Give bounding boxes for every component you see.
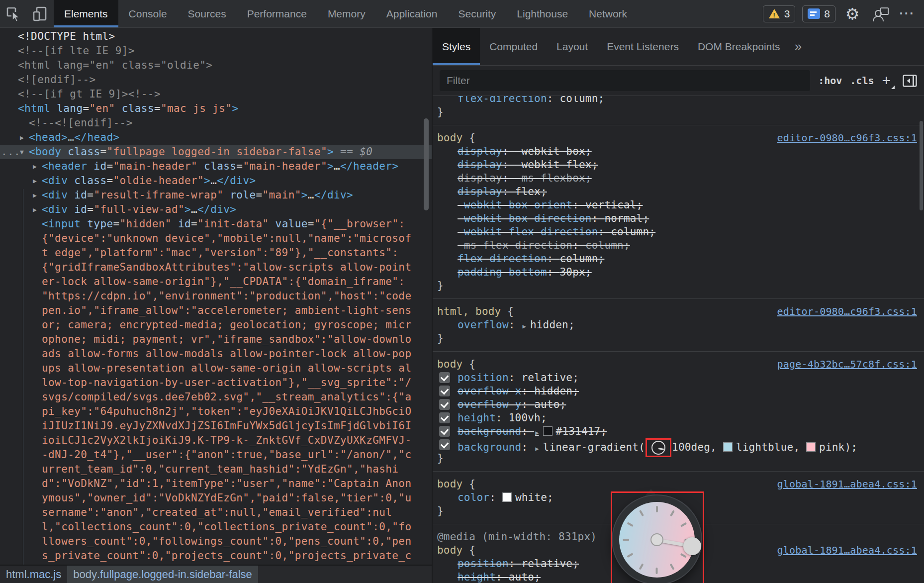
stylesheet-link[interactable]: global-1891…abea4.css:1 — [777, 478, 917, 491]
sidebar-tab-computed[interactable]: Computed — [480, 28, 547, 65]
css-property[interactable]: -webkit-box-direction: normal; — [433, 212, 924, 225]
disclosure-triangle-icon[interactable]: ▶ — [535, 445, 539, 452]
breadcrumb-html[interactable]: html.mac.js — [0, 566, 67, 583]
dom-tree-row[interactable]: ▶<div id="full-view-ad">…</div> — [0, 202, 432, 217]
css-property[interactable]: -webkit-flex-direction: column; — [433, 225, 924, 239]
tab-lighthouse[interactable]: Lighthouse — [506, 0, 578, 27]
expand-arrow-icon[interactable]: ▶ — [29, 202, 40, 217]
issues-badge[interactable]: 8 — [802, 5, 835, 22]
dom-tree-row[interactable]: ▶<header id="main-header" class="main-he… — [0, 159, 432, 174]
dom-tree-row[interactable]: <html lang="en" class="oldie"> — [0, 58, 432, 73]
tab-performance[interactable]: Performance — [237, 0, 317, 27]
dom-tree-row[interactable]: ioiLCJ1c2VyX2lkIjoiKiJ9.K-TP9-k-_ZnktGVf… — [0, 433, 432, 448]
dom-tree-row[interactable]: <![endif]--> — [0, 73, 432, 87]
breadcrumb-body[interactable]: body.fullpage.logged-in.sidebar-false — [67, 566, 258, 583]
rule-selector[interactable]: body — [437, 478, 462, 490]
css-property[interactable]: display: -webkit-box; — [433, 145, 924, 158]
css-property[interactable]: -webkit-box-orient: vertical; — [433, 198, 924, 212]
tab-elements[interactable]: Elements — [54, 0, 118, 27]
css-property[interactable]: background: ▶#131417; — [433, 425, 924, 438]
dom-tree-row[interactable]: svgs/compiled/svgs.dee7eb02.svg","__stre… — [0, 390, 432, 404]
tab-security[interactable]: Security — [448, 0, 506, 27]
property-checkbox[interactable] — [439, 439, 450, 450]
toggle-sidebar-icon[interactable] — [903, 75, 917, 87]
dom-tree-row[interactable]: ▶<div id="result-iframe-wrap" role="main… — [0, 188, 432, 202]
color-swatch[interactable] — [543, 426, 553, 436]
warnings-badge[interactable]: ! 3 — [763, 5, 796, 22]
dom-tree-row[interactable]: llowers_count":0,"followings_count":0,"p… — [0, 534, 432, 549]
dom-tree-row[interactable]: s_private_count":0,"projects_count":0,"p… — [0, 549, 432, 563]
expand-arrow-icon[interactable]: ▶ — [29, 188, 40, 202]
css-property[interactable]: -ms-flex-direction: column; — [433, 239, 924, 252]
stylesheet-link[interactable]: editor-0980…c96f3.css:1 — [777, 305, 917, 318]
color-swatch[interactable] — [723, 442, 733, 452]
dom-tree-row[interactable]: ymous","owner_id":"VoDkNZYdEzGn","paid":… — [0, 491, 432, 505]
dom-tree-row[interactable]: t edge","platform":"mac","version":"89"}… — [0, 246, 432, 260]
tab-overflow-chevron-icon[interactable]: » — [790, 28, 807, 65]
element-classes-button[interactable]: .cls — [850, 75, 874, 87]
stylesheet-link[interactable]: page-4b32bc…57c8f.css:1 — [777, 358, 917, 371]
settings-button[interactable]: ⚙ — [842, 6, 862, 22]
dom-tree-row[interactable]: <!--[if gt IE 9]><!--> — [0, 87, 432, 101]
dom-tree-row[interactable]: {"gridIframeSandboxAttributes":"allow-sc… — [0, 260, 432, 275]
collapse-arrow-icon[interactable]: ▼ — [16, 145, 27, 159]
dom-tree-row[interactable]: "https://cdpn.io","environment":"product… — [0, 289, 432, 303]
property-checkbox[interactable] — [439, 412, 450, 423]
dom-tree-row[interactable]: ads allow-forms allow-modals allow-point… — [0, 347, 432, 361]
dom-tree-row[interactable]: pi_key":"64puhuch8n2j","token":"eyJ0eXAi… — [0, 404, 432, 419]
dom-tree-row[interactable]: <!--<![endif]--> — [0, 116, 432, 130]
tab-console[interactable]: Console — [118, 0, 178, 27]
dom-tree-row[interactable]: ...▼<body class="fullpage logged-in side… — [0, 145, 432, 159]
sidebar-tab-styles[interactable]: Styles — [433, 28, 480, 65]
property-checkbox[interactable] — [439, 399, 450, 410]
dom-tree-row[interactable]: <!--[if lte IE 9]> — [0, 44, 432, 58]
dom-tree-row[interactable]: sername":"anon","created_at":null,"email… — [0, 505, 432, 520]
sidebar-tab-layout[interactable]: Layout — [547, 28, 597, 65]
css-property[interactable]: overflow: ▶hidden; — [433, 318, 924, 332]
sidebar-tab-dom-breakpoints[interactable]: DOM Breakpoints — [688, 28, 790, 65]
dom-tree-row[interactable]: <html lang="en" class="mac js js"> — [0, 101, 432, 116]
css-property[interactable]: position: relative; — [433, 371, 924, 385]
css-property[interactable]: flex-direction: column; — [433, 252, 924, 266]
css-property[interactable]: height: 100vh; — [433, 411, 924, 425]
css-property[interactable]: flex-direction: column; — [433, 96, 924, 105]
angle-clock-icon[interactable] — [651, 441, 665, 455]
css-property[interactable]: overflow-y: auto; — [433, 398, 924, 411]
dom-tree-row[interactable]: ▶<head>…</head> — [0, 130, 432, 145]
property-checkbox[interactable] — [439, 372, 450, 383]
dom-tree-row[interactable]: l,"collections_count":0,"collections_pri… — [0, 520, 432, 534]
feedback-button[interactable] — [869, 6, 891, 21]
css-property[interactable]: padding-bottom: 30px; — [433, 266, 924, 279]
css-property[interactable]: overflow-x: hidden; — [433, 385, 924, 398]
dom-tree-row[interactable]: pen.io","iframe_allow":"accelerometer; a… — [0, 303, 432, 318]
dom-tree-row[interactable]: ophone; midi; payment; vr","iframe_sandb… — [0, 332, 432, 347]
styles-scrollbar-thumb[interactable] — [920, 121, 923, 210]
css-property[interactable]: display: -ms-flexbox; — [433, 172, 924, 185]
dom-tree-row[interactable]: er-lock allow-same-origin"},"__CPDATA":{… — [0, 275, 432, 289]
dom-tree-row[interactable]: -dNJ-20_t4"},"__user":{"anon":true,"base… — [0, 448, 432, 462]
styles-filter-input[interactable] — [440, 70, 810, 91]
tab-network[interactable]: Network — [578, 0, 638, 27]
tab-sources[interactable]: Sources — [178, 0, 237, 27]
dom-tree-row[interactable]: ups allow-presentation allow-same-origin… — [0, 361, 432, 376]
dom-tree-row[interactable]: <!DOCTYPE html> — [0, 29, 432, 44]
dom-tree-row[interactable]: low-top-navigation-by-user-activation"},… — [0, 376, 432, 390]
css-property[interactable]: display: flex; — [433, 185, 924, 198]
device-toolbar-button[interactable] — [27, 0, 54, 27]
rule-selector[interactable]: body — [437, 132, 462, 144]
dom-tree-row[interactable]: {"device":"unknown_device","mobile":null… — [0, 231, 432, 246]
dom-tree-row[interactable]: urrent_team_id":0,"current_team_hashid":… — [0, 462, 432, 477]
disclosure-triangle-icon[interactable]: ▶ — [535, 429, 539, 436]
dom-tree-row[interactable]: <input type="hidden" id="init-data" valu… — [0, 217, 432, 231]
disclosure-triangle-icon[interactable]: ▶ — [522, 323, 526, 330]
color-swatch[interactable] — [502, 492, 512, 502]
rule-selector[interactable]: html, body — [437, 305, 501, 317]
dom-tree-row[interactable]: ount":0},"__firebase":{"config":{"apiKey… — [0, 563, 432, 565]
elements-scrollbar-thumb[interactable] — [424, 118, 429, 210]
expand-arrow-icon[interactable]: ▶ — [29, 159, 40, 174]
expand-arrow-icon[interactable]: ▶ — [29, 174, 40, 188]
dom-tree-row[interactable]: d":"VoDkNZ","id":1,"itemType":"user","na… — [0, 477, 432, 491]
tab-memory[interactable]: Memory — [317, 0, 376, 27]
rule-selector[interactable]: body — [437, 544, 462, 556]
rule-selector[interactable]: body — [437, 358, 462, 370]
